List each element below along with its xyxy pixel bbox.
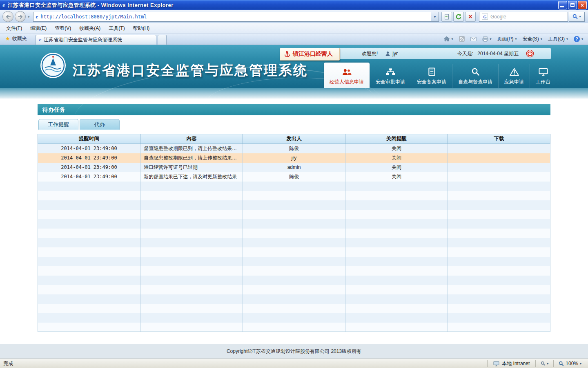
user-icon <box>385 51 390 56</box>
date-display: 今天是: 2014-04-04 星期五 <box>457 50 519 57</box>
zoom-level: 100% <box>566 361 578 366</box>
zoom-page-caret-icon: ▾ <box>547 362 548 366</box>
cell-download <box>448 238 550 247</box>
empty-row <box>38 219 550 229</box>
menu-item-favorites[interactable]: 收藏夹(A) <box>76 24 104 33</box>
new-tab-stub[interactable] <box>158 35 167 45</box>
address-history-dropdown[interactable]: ▾ <box>431 12 439 21</box>
date-label: 今天是: <box>457 50 473 57</box>
table-header-row: 提醒时间 内容 发出人 关闭提醒 下载 <box>38 134 550 144</box>
help-caret-icon: ▾ <box>581 37 583 41</box>
compatibility-view-button[interactable] <box>441 12 452 22</box>
address-url[interactable]: http://localhost:8080/yjpt/Main.html <box>40 14 431 20</box>
read-mail-button[interactable] <box>468 34 479 44</box>
cell-download <box>448 285 550 294</box>
cell-close <box>345 294 448 304</box>
empty-row <box>38 229 550 238</box>
recent-pages-dropdown[interactable]: ▾ <box>27 15 31 19</box>
cell-time <box>38 266 140 276</box>
cell-content <box>140 323 243 332</box>
cell-content <box>140 294 243 304</box>
cell-download <box>448 210 550 219</box>
security-menu-button[interactable]: 安全(S) ▾ <box>520 34 545 44</box>
menu-item-edit[interactable]: 编辑(E) <box>27 24 50 33</box>
cell-content <box>140 182 243 191</box>
forward-arrow-icon <box>18 14 23 20</box>
site-header: 江苏省港口安全监管与应急管理系统 镇江港口经营人 欢迎您! jyr <box>0 45 588 88</box>
tools-menu-button[interactable]: 工具(O) ▾ <box>546 34 570 44</box>
logout-button[interactable] <box>526 49 534 58</box>
cell-sender <box>243 313 345 323</box>
nav-item-safety-filing[interactable]: 安全备案申请 <box>411 64 452 88</box>
cell-sender <box>243 191 345 200</box>
print-button[interactable]: ▾ <box>480 34 494 44</box>
home-button[interactable]: ▾ <box>441 34 456 44</box>
status-text: 完成 <box>3 360 486 367</box>
stop-button[interactable]: × <box>465 12 476 22</box>
nav-item-label: 经营人信息申请 <box>330 79 364 85</box>
zoom-page-icon <box>541 361 546 366</box>
back-arrow-icon <box>5 14 11 20</box>
cell-content: 新的督查结果已下达，请及时更新整改结果 <box>140 172 243 182</box>
nav-item-inspection[interactable]: 自查与督查申请 <box>452 64 498 88</box>
cell-close <box>345 200 448 210</box>
cell-close <box>345 257 448 266</box>
cell-sender <box>243 247 345 257</box>
maximize-button[interactable] <box>568 1 577 9</box>
close-reminder-link[interactable]: 关闭 <box>345 153 448 163</box>
empty-row <box>38 285 550 294</box>
cell-download <box>448 229 550 238</box>
menu-item-view[interactable]: 查看(V) <box>51 24 75 33</box>
cell-sender: admin <box>243 163 345 172</box>
column-header-time: 提醒时间 <box>38 134 140 144</box>
close-reminder-link[interactable]: 关闭 <box>345 144 448 153</box>
cell-content <box>140 276 243 285</box>
feeds-button[interactable] <box>457 34 467 44</box>
refresh-button[interactable] <box>453 12 464 22</box>
site-title: 江苏省港口安全监管与应急管理系统 <box>73 61 308 80</box>
page-menu-button[interactable]: 页面(P) ▾ <box>495 34 519 44</box>
menu-item-file[interactable]: 文件(F) <box>2 24 26 33</box>
cell-time <box>38 219 140 229</box>
zoom-control[interactable]: 100% ▾ <box>555 361 585 366</box>
nav-item-safety-approval[interactable]: 安全审批申请 <box>370 64 411 88</box>
search-input[interactable]: Google <box>490 14 506 20</box>
help-button[interactable]: ? ▾ <box>571 34 586 44</box>
close-window-button[interactable]: × <box>578 1 587 9</box>
intranet-zone-icon <box>493 361 499 366</box>
close-reminder-link[interactable]: 关闭 <box>345 172 448 182</box>
status-separator <box>535 360 536 367</box>
power-icon <box>526 49 534 58</box>
search-button[interactable]: ▾ <box>569 12 585 22</box>
favorites-button[interactable]: ★ 收藏夹 <box>2 34 31 45</box>
search-box[interactable]: G Google <box>479 12 568 22</box>
org-chart-icon <box>386 66 395 76</box>
nav-item-operator-info[interactable]: 经营人信息申请 <box>324 63 370 88</box>
back-button[interactable] <box>2 11 13 22</box>
cell-sender <box>243 257 345 266</box>
address-bar[interactable]: e http://localhost:8080/yjpt/Main.html ▾ <box>33 12 439 22</box>
todo-table-body: 2014-04-01 23:49:00督查隐患整改期限已到，请上传整改结果…陈俊… <box>38 144 550 332</box>
menu-item-tools[interactable]: 工具(T) <box>105 24 128 33</box>
reminder-row: 2014-04-01 23:49:00新的督查结果已下达，请及时更新整改结果陈俊… <box>38 172 550 182</box>
magnifier-icon <box>471 66 480 76</box>
cell-content <box>140 247 243 257</box>
cell-download <box>448 313 550 323</box>
warning-icon <box>510 66 519 76</box>
forward-button[interactable] <box>15 11 26 22</box>
nav-item-workbench[interactable]: 工作台 <box>530 64 556 88</box>
monitor-icon <box>539 66 548 76</box>
cell-content: 督查隐患整改期限已到，请上传整改结果… <box>140 144 243 153</box>
browser-tab[interactable]: e 江苏省港口安全监管与应急管理系统 <box>36 35 156 45</box>
cell-close <box>345 238 448 247</box>
tab-agenda[interactable]: 代办 <box>80 119 120 130</box>
tab-work-reminder[interactable]: 工作提醒 <box>38 119 78 130</box>
nav-item-emergency[interactable]: 应急申请 <box>498 64 530 88</box>
document-icon <box>428 66 436 76</box>
minimize-button[interactable] <box>558 1 567 9</box>
cell-sender <box>243 238 345 247</box>
menu-item-help[interactable]: 帮助(H) <box>129 24 154 33</box>
main-content: 待办任务 工作提醒 代办 提醒时间 内容 发出人 关闭提醒 下载 2014-04… <box>0 99 588 344</box>
close-reminder-link[interactable]: 关闭 <box>345 163 448 172</box>
page-zoom-button[interactable]: ▾ <box>537 361 552 366</box>
